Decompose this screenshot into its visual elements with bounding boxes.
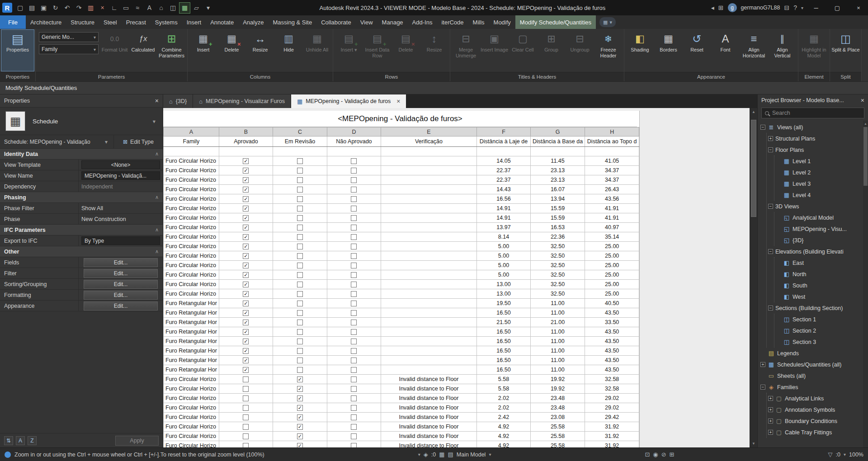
schedule-cell-family[interactable]: Furo Retangular Hor xyxy=(164,337,219,346)
schedule-cell-h[interactable]: 43.50 xyxy=(585,337,639,346)
freeze-header-button[interactable]: ❄Freeze Header xyxy=(594,30,623,71)
schedule-cell-f[interactable]: 22.37 xyxy=(476,166,530,175)
schedule-cell-g[interactable]: 15.59 xyxy=(530,204,585,213)
minimize-button[interactable]: ─ xyxy=(807,0,825,15)
schedule-cell-h[interactable]: 34.37 xyxy=(585,175,639,185)
checkbox-em-revisao[interactable] xyxy=(297,187,303,193)
schedule-cell-em-revisao[interactable] xyxy=(273,175,327,185)
schedule-cell-family[interactable]: Furo Circular Horizo xyxy=(164,289,219,299)
schedule-cell-h[interactable] xyxy=(585,147,639,156)
ribbon-tab-architecture[interactable]: Architecture xyxy=(26,15,66,29)
checkbox-em-revisao[interactable] xyxy=(297,282,303,287)
checkbox-nao-aprovado[interactable] xyxy=(351,272,357,278)
schedule-cell-aprovado[interactable]: ✓ xyxy=(219,308,273,318)
collapse-expander-icon[interactable]: − xyxy=(768,249,773,254)
schedule-cell-nao-aprovado[interactable] xyxy=(327,422,381,432)
schedule-cell-em-revisao[interactable] xyxy=(273,204,327,213)
checkbox-aprovado[interactable] xyxy=(243,414,249,420)
tree-item-section-3[interactable]: ◫Section 3 xyxy=(776,336,863,348)
expand-expander-icon[interactable]: + xyxy=(768,136,773,141)
schedule-cell-verificacao[interactable] xyxy=(381,175,476,185)
checkbox-em-revisao[interactable]: ✓ xyxy=(297,414,303,420)
schedule-cell-verificacao[interactable]: Invalid distance to Floor xyxy=(381,422,476,432)
ribbon-tab-add-ins[interactable]: Add-Ins xyxy=(408,15,437,29)
tree-item-sections-building-section[interactable]: −Sections (Building Section) xyxy=(768,302,863,314)
param-group-identity-data[interactable]: Identity Data∧ xyxy=(0,149,163,160)
close-icon[interactable]: × xyxy=(396,98,400,105)
schedule-cell-nao-aprovado[interactable] xyxy=(327,432,381,441)
schedule-cell-f[interactable]: 16.56 xyxy=(476,194,530,204)
schedule-cell-f[interactable]: 14.05 xyxy=(476,156,530,166)
sort-ascending-icon[interactable]: A xyxy=(16,436,25,445)
schedule-cell-verificacao[interactable]: Invalid distance to Floor xyxy=(381,413,476,422)
ribbon-tab-modify[interactable]: Modify xyxy=(489,15,515,29)
schedule-cell-verificacao[interactable] xyxy=(381,223,476,232)
checkbox-em-revisao[interactable] xyxy=(297,320,303,325)
checkbox-em-revisao[interactable]: ✓ xyxy=(297,395,303,401)
checkbox-em-revisao[interactable] xyxy=(297,253,303,259)
schedule-cell-em-revisao[interactable] xyxy=(273,166,327,175)
schedule-cell-f[interactable]: 22.37 xyxy=(476,175,530,185)
param-group-phasing[interactable]: Phasing∧ xyxy=(0,192,163,203)
schedule-cell-family[interactable]: Furo Circular Horizo xyxy=(164,194,219,204)
checkbox-em-revisao[interactable]: ✓ xyxy=(297,424,303,430)
schedule-cell-aprovado[interactable] xyxy=(219,432,273,441)
checkbox-nao-aprovado[interactable] xyxy=(351,206,357,212)
schedule-cell-f[interactable]: 16.50 xyxy=(476,337,530,346)
schedule-cell-g[interactable]: 11.00 xyxy=(530,365,585,375)
schedule-cell-em-revisao[interactable] xyxy=(273,242,327,251)
schedule-cell-verificacao[interactable] xyxy=(381,185,476,194)
schedule-cell-h[interactable]: 43.50 xyxy=(585,308,639,318)
checkbox-aprovado[interactable]: ✓ xyxy=(243,263,249,268)
schedule-cell-f[interactable]: 16.50 xyxy=(476,365,530,375)
column-header-n-o-aprovado[interactable]: Não Aprovado xyxy=(327,136,381,147)
schedule-cell-family[interactable]: Furo Circular Horizo xyxy=(164,223,219,232)
type-selector[interactable]: ▦ Schedule ▾ xyxy=(0,107,163,135)
redo-icon[interactable]: ↷ xyxy=(73,2,85,14)
schedule-cell-nao-aprovado[interactable] xyxy=(327,175,381,185)
schedule-cell-verificacao[interactable] xyxy=(381,194,476,204)
open-file-icon[interactable]: ▤ xyxy=(26,2,38,14)
checkbox-aprovado[interactable]: ✓ xyxy=(243,282,249,287)
undo-icon[interactable]: ↶ xyxy=(61,2,73,14)
schedule-cell-h[interactable]: 31.92 xyxy=(585,422,639,432)
schedule-cell-aprovado[interactable]: ✓ xyxy=(219,280,273,289)
help-icon[interactable]: ? xyxy=(793,4,797,11)
schedule-cell-em-revisao[interactable] xyxy=(273,318,327,327)
schedule-cell-aprovado[interactable]: ✓ xyxy=(219,318,273,327)
scrollbar-thumb[interactable] xyxy=(751,120,756,217)
schedule-cell-h[interactable]: 29.02 xyxy=(585,403,639,413)
schedule-cell-family[interactable]: Furo Circular Horizo xyxy=(164,204,219,213)
schedule-cell-h[interactable]: 25.00 xyxy=(585,270,639,280)
schedule-cell-em-revisao[interactable] xyxy=(273,327,327,337)
schedule-cell-nao-aprovado[interactable] xyxy=(327,242,381,251)
tree-item-level-3[interactable]: ▦Level 3 xyxy=(776,178,863,189)
ribbon-tab-modify-schedule-quantities[interactable]: Modify Schedule/Quantities xyxy=(515,15,596,29)
checkbox-em-revisao[interactable]: ✓ xyxy=(297,386,303,392)
schedule-cell-h[interactable]: 25.00 xyxy=(585,280,639,289)
schedule-cell-g[interactable]: 15.59 xyxy=(530,213,585,223)
schedule-cell-family[interactable]: Furo Circular Horizo xyxy=(164,384,219,394)
checkbox-aprovado[interactable]: ✓ xyxy=(243,358,249,363)
resize-button[interactable]: ↔Resize xyxy=(246,30,274,71)
ribbon-tab-file[interactable]: File xyxy=(0,15,26,29)
collapse-icon[interactable]: ∧ xyxy=(155,194,159,200)
schedule-cell-g[interactable]: 19.92 xyxy=(530,384,585,394)
tree-item-analytical-links[interactable]: +▢Analytical Links xyxy=(768,393,863,404)
schedule-cell-family[interactable]: Furo Circular Horizo xyxy=(164,166,219,175)
checkbox-nao-aprovado[interactable] xyxy=(351,329,357,335)
schedule-cell-f[interactable]: 2.42 xyxy=(476,413,530,422)
combine-parameters-button[interactable]: ⊞Combine Parameters xyxy=(157,30,186,71)
signed-in-user[interactable]: germanoG7L88 xyxy=(741,5,780,11)
schedule-cell-nao-aprovado[interactable] xyxy=(327,213,381,223)
chevron-down-icon[interactable]: ▾ xyxy=(844,452,846,457)
edit-button[interactable]: Edit... xyxy=(84,280,158,289)
measure-icon[interactable]: ∟ xyxy=(108,2,120,14)
schedule-cell-family[interactable]: Furo Circular Horizo xyxy=(164,251,219,261)
schedule-cell-family[interactable]: Furo Retangular Hor xyxy=(164,308,219,318)
checkbox-em-revisao[interactable] xyxy=(297,329,303,335)
checkbox-nao-aprovado[interactable] xyxy=(351,395,357,401)
schedule-cell-nao-aprovado[interactable] xyxy=(327,194,381,204)
checkbox-nao-aprovado[interactable] xyxy=(351,282,357,287)
tree-item-views-all[interactable]: −≣Views (all) xyxy=(760,122,863,133)
